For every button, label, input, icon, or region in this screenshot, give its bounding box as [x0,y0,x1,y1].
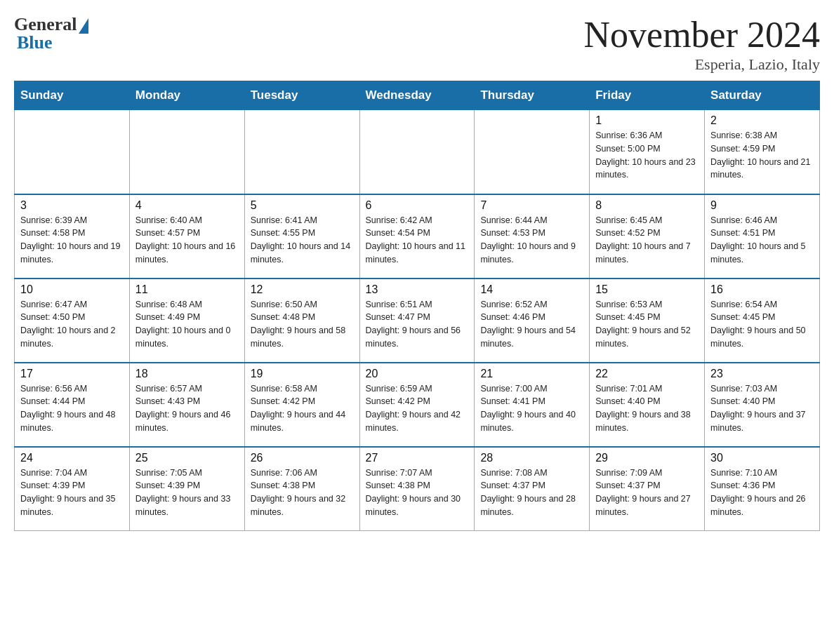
day-info: Sunrise: 6:48 AM Sunset: 4:49 PM Dayligh… [135,300,231,349]
weekday-header-wednesday: Wednesday [359,81,475,110]
day-info: Sunrise: 6:47 AM Sunset: 4:50 PM Dayligh… [20,300,116,349]
weekday-header-row: SundayMondayTuesdayWednesdayThursdayFrid… [15,81,820,110]
calendar-cell: 19Sunrise: 6:58 AM Sunset: 4:42 PM Dayli… [244,363,359,447]
logo-triangle-icon [79,18,88,34]
page-subtitle: Esperia, Lazio, Italy [584,55,820,74]
calendar-week-row: 1Sunrise: 6:36 AM Sunset: 5:00 PM Daylig… [15,110,820,194]
day-info: Sunrise: 6:40 AM Sunset: 4:57 PM Dayligh… [135,215,235,264]
calendar-cell: 17Sunrise: 6:56 AM Sunset: 4:44 PM Dayli… [15,363,130,447]
calendar-cell: 26Sunrise: 7:06 AM Sunset: 4:38 PM Dayli… [244,447,359,531]
day-info: Sunrise: 6:38 AM Sunset: 4:59 PM Dayligh… [710,130,810,180]
day-info: Sunrise: 6:57 AM Sunset: 4:43 PM Dayligh… [135,384,231,433]
day-info: Sunrise: 6:59 AM Sunset: 4:42 PM Dayligh… [366,384,461,433]
calendar-cell: 25Sunrise: 7:05 AM Sunset: 4:39 PM Dayli… [129,447,244,531]
calendar-cell [129,110,244,194]
calendar-cell: 5Sunrise: 6:41 AM Sunset: 4:55 PM Daylig… [244,194,359,279]
day-info: Sunrise: 7:06 AM Sunset: 4:38 PM Dayligh… [251,468,346,517]
calendar-cell: 15Sunrise: 6:53 AM Sunset: 4:45 PM Dayli… [590,279,705,363]
day-number: 25 [135,452,239,464]
day-info: Sunrise: 7:04 AM Sunset: 4:39 PM Dayligh… [20,468,116,517]
day-info: Sunrise: 7:05 AM Sunset: 4:39 PM Dayligh… [135,468,231,517]
day-number: 30 [710,452,814,464]
calendar-cell: 11Sunrise: 6:48 AM Sunset: 4:49 PM Dayli… [129,279,244,363]
weekday-header-monday: Monday [129,81,244,110]
day-info: Sunrise: 6:50 AM Sunset: 4:48 PM Dayligh… [251,300,346,349]
day-number: 9 [710,199,814,212]
day-number: 18 [135,368,239,380]
day-number: 2 [710,114,814,127]
day-info: Sunrise: 6:44 AM Sunset: 4:53 PM Dayligh… [480,215,576,264]
day-info: Sunrise: 6:39 AM Sunset: 4:58 PM Dayligh… [20,215,120,264]
day-info: Sunrise: 6:45 AM Sunset: 4:52 PM Dayligh… [595,215,691,264]
day-info: Sunrise: 7:09 AM Sunset: 4:37 PM Dayligh… [595,468,691,517]
day-number: 27 [366,452,469,464]
calendar-cell: 8Sunrise: 6:45 AM Sunset: 4:52 PM Daylig… [590,194,705,279]
calendar-cell: 1Sunrise: 6:36 AM Sunset: 5:00 PM Daylig… [590,110,705,194]
day-info: Sunrise: 6:46 AM Sunset: 4:51 PM Dayligh… [710,215,806,264]
day-number: 12 [251,283,354,296]
day-info: Sunrise: 6:54 AM Sunset: 4:45 PM Dayligh… [710,300,806,349]
calendar-cell: 23Sunrise: 7:03 AM Sunset: 4:40 PM Dayli… [705,363,820,447]
calendar-header: SundayMondayTuesdayWednesdayThursdayFrid… [15,81,820,110]
calendar-cell: 22Sunrise: 7:01 AM Sunset: 4:40 PM Dayli… [590,363,705,447]
day-number: 14 [480,283,583,296]
day-info: Sunrise: 6:36 AM Sunset: 5:00 PM Dayligh… [595,130,695,180]
day-number: 10 [20,283,124,296]
calendar-cell: 21Sunrise: 7:00 AM Sunset: 4:41 PM Dayli… [475,363,590,447]
logo-blue-text: Blue [14,32,53,53]
calendar-cell: 20Sunrise: 6:59 AM Sunset: 4:42 PM Dayli… [359,363,475,447]
day-number: 24 [20,452,124,464]
calendar-cell: 28Sunrise: 7:08 AM Sunset: 4:37 PM Dayli… [475,447,590,531]
day-info: Sunrise: 7:10 AM Sunset: 4:36 PM Dayligh… [710,468,806,517]
day-info: Sunrise: 7:07 AM Sunset: 4:38 PM Dayligh… [366,468,461,517]
title-block: November 2024 Esperia, Lazio, Italy [584,14,820,74]
day-number: 28 [480,452,583,464]
calendar-week-row: 3Sunrise: 6:39 AM Sunset: 4:58 PM Daylig… [15,194,820,279]
calendar-cell: 7Sunrise: 6:44 AM Sunset: 4:53 PM Daylig… [475,194,590,279]
page-header: General Blue November 2024 Esperia, Lazi… [14,14,820,74]
calendar-cell: 13Sunrise: 6:51 AM Sunset: 4:47 PM Dayli… [359,279,475,363]
day-info: Sunrise: 6:42 AM Sunset: 4:54 PM Dayligh… [366,215,465,264]
calendar-cell: 12Sunrise: 6:50 AM Sunset: 4:48 PM Dayli… [244,279,359,363]
day-number: 20 [366,368,469,380]
day-number: 6 [366,199,469,212]
weekday-header-sunday: Sunday [15,81,130,110]
day-number: 8 [595,199,699,212]
day-number: 21 [480,368,583,380]
day-info: Sunrise: 6:56 AM Sunset: 4:44 PM Dayligh… [20,384,116,433]
day-number: 23 [710,368,814,380]
calendar-cell: 24Sunrise: 7:04 AM Sunset: 4:39 PM Dayli… [15,447,130,531]
day-info: Sunrise: 7:00 AM Sunset: 4:41 PM Dayligh… [480,384,576,433]
day-info: Sunrise: 6:58 AM Sunset: 4:42 PM Dayligh… [251,384,346,433]
calendar-cell: 4Sunrise: 6:40 AM Sunset: 4:57 PM Daylig… [129,194,244,279]
calendar-cell [15,110,130,194]
calendar-week-row: 17Sunrise: 6:56 AM Sunset: 4:44 PM Dayli… [15,363,820,447]
day-number: 22 [595,368,699,380]
calendar-cell: 18Sunrise: 6:57 AM Sunset: 4:43 PM Dayli… [129,363,244,447]
day-info: Sunrise: 7:03 AM Sunset: 4:40 PM Dayligh… [710,384,806,433]
calendar-cell: 9Sunrise: 6:46 AM Sunset: 4:51 PM Daylig… [705,194,820,279]
day-number: 4 [135,199,239,212]
calendar-week-row: 10Sunrise: 6:47 AM Sunset: 4:50 PM Dayli… [15,279,820,363]
day-info: Sunrise: 6:41 AM Sunset: 4:55 PM Dayligh… [251,215,350,264]
day-number: 1 [595,114,699,127]
calendar-table: SundayMondayTuesdayWednesdayThursdayFrid… [14,81,820,531]
day-info: Sunrise: 7:01 AM Sunset: 4:40 PM Dayligh… [595,384,691,433]
calendar-week-row: 24Sunrise: 7:04 AM Sunset: 4:39 PM Dayli… [15,447,820,531]
day-number: 29 [595,452,699,464]
day-number: 17 [20,368,124,380]
day-number: 26 [251,452,354,464]
day-info: Sunrise: 6:52 AM Sunset: 4:46 PM Dayligh… [480,300,576,349]
calendar-cell [244,110,359,194]
day-info: Sunrise: 6:53 AM Sunset: 4:45 PM Dayligh… [595,300,691,349]
calendar-cell: 27Sunrise: 7:07 AM Sunset: 4:38 PM Dayli… [359,447,475,531]
calendar-cell: 16Sunrise: 6:54 AM Sunset: 4:45 PM Dayli… [705,279,820,363]
day-number: 19 [251,368,354,380]
weekday-header-thursday: Thursday [475,81,590,110]
calendar-body: 1Sunrise: 6:36 AM Sunset: 5:00 PM Daylig… [15,110,820,531]
calendar-cell: 3Sunrise: 6:39 AM Sunset: 4:58 PM Daylig… [15,194,130,279]
day-info: Sunrise: 7:08 AM Sunset: 4:37 PM Dayligh… [480,468,576,517]
calendar-cell: 10Sunrise: 6:47 AM Sunset: 4:50 PM Dayli… [15,279,130,363]
day-number: 11 [135,283,239,296]
day-number: 5 [251,199,354,212]
